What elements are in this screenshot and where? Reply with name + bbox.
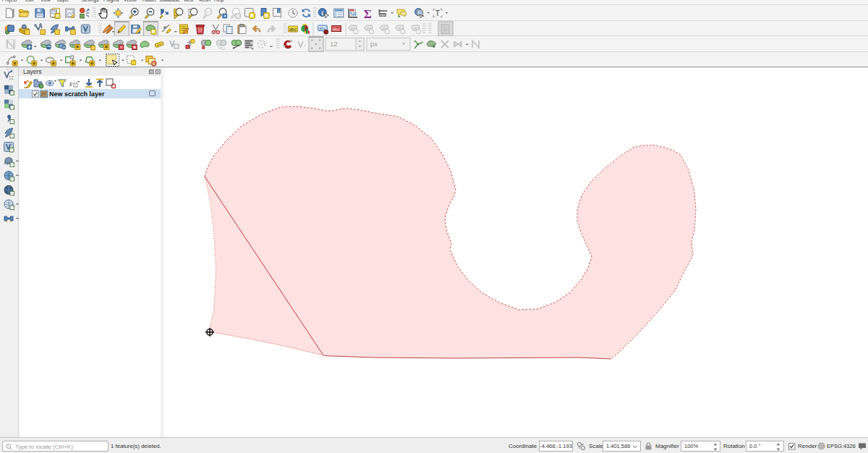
svg-text:T: T <box>435 9 441 17</box>
svg-text:abc: abc <box>333 27 340 31</box>
svg-text:✱: ✱ <box>151 29 156 34</box>
svg-text:×: × <box>120 45 123 49</box>
svg-text:abc: abc <box>289 27 297 32</box>
svg-text:✱: ✱ <box>90 61 94 66</box>
svg-text:1:1: 1:1 <box>205 9 211 14</box>
svg-text:✱: ✱ <box>51 61 55 66</box>
svg-text:ε: ε <box>69 79 73 88</box>
svg-text:Σ: Σ <box>364 7 372 21</box>
svg-text:px: px <box>370 40 378 48</box>
svg-text:✱: ✱ <box>13 61 17 66</box>
svg-text:✱: ✱ <box>33 61 36 66</box>
svg-text:✱: ✱ <box>105 44 109 49</box>
svg-text:✱: ✱ <box>250 13 255 18</box>
svg-text:12: 12 <box>330 40 338 48</box>
svg-text:✱: ✱ <box>76 44 80 49</box>
svg-text:✱: ✱ <box>71 61 75 66</box>
svg-text:abc: abc <box>319 26 326 30</box>
svg-text:✱: ✱ <box>265 13 269 18</box>
svg-text:?: ? <box>443 27 447 33</box>
